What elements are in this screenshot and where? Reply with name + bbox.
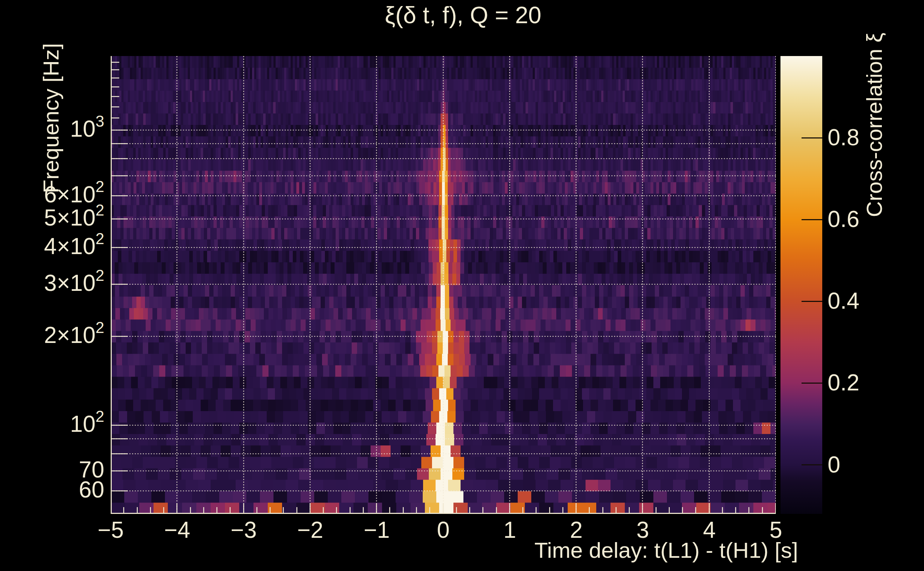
colorbar-label: Cross-correlation ξ <box>862 32 887 217</box>
x-tick-label: −4 <box>164 518 190 542</box>
y-tick-label: 2×102 <box>44 323 104 347</box>
colorbar-tick-label: 0.2 <box>828 371 859 394</box>
y-tick-base: 60 <box>79 477 104 503</box>
y-tick-label: 4×102 <box>44 235 104 258</box>
x-tick-label: −5 <box>98 518 124 542</box>
colorbar-tick-label: 0.6 <box>828 207 859 231</box>
y-tick-base: 10 <box>70 116 95 142</box>
y-tick-exponent: 2 <box>96 178 104 195</box>
x-tick-label: 1 <box>504 518 516 542</box>
colorbar-tick-mark <box>802 137 822 139</box>
colorbar-tick-mark <box>802 219 822 220</box>
heatmap-canvas <box>111 56 776 514</box>
y-tick-base: 4×10 <box>44 233 95 259</box>
colorbar-tick-label: 0.8 <box>828 126 859 149</box>
figure: ξ(δ t, f), Q = 20 Frequency [Hz] 1036×10… <box>0 0 924 571</box>
y-tick-base: 6×10 <box>44 182 95 207</box>
y-tick-label: 3×102 <box>44 271 104 295</box>
y-tick-label: 5×102 <box>44 206 104 230</box>
chart-title: ξ(δ t, f), Q = 20 <box>385 2 542 29</box>
x-tick-label: −2 <box>297 518 323 542</box>
y-tick-label: 6×102 <box>44 183 104 206</box>
y-tick-exponent: 2 <box>96 230 104 247</box>
y-tick-exponent: 2 <box>96 407 104 425</box>
y-axis-label: Frequency [Hz] <box>38 43 63 193</box>
y-tick-exponent: 2 <box>96 267 104 284</box>
colorbar-tick-label: 0.4 <box>828 289 859 313</box>
y-tick-exponent: 2 <box>96 201 104 219</box>
y-tick-exponent: 3 <box>96 113 104 130</box>
y-tick-base: 3×10 <box>44 270 95 296</box>
colorbar-tick-mark <box>802 464 822 465</box>
x-tick-label: 0 <box>437 518 450 542</box>
y-tick-label: 102 <box>70 412 104 436</box>
y-tick-label: 60 <box>79 478 104 502</box>
colorbar-tick-mark <box>802 383 822 384</box>
y-tick-base: 2×10 <box>44 322 95 348</box>
y-tick-exponent: 2 <box>96 319 104 336</box>
colorbar-tick-mark <box>802 301 822 302</box>
x-tick-label: −1 <box>364 518 390 542</box>
y-tick-base: 10 <box>70 411 95 437</box>
y-tick-label: 103 <box>70 117 104 140</box>
colorbar-tick-label: 0 <box>828 453 841 477</box>
x-axis-label: Time delay: t(L1) - t(H1) [s] <box>535 537 798 563</box>
colorbar-gradient <box>780 56 822 514</box>
x-tick-label: −3 <box>231 518 257 542</box>
y-tick-base: 5×10 <box>44 205 95 230</box>
